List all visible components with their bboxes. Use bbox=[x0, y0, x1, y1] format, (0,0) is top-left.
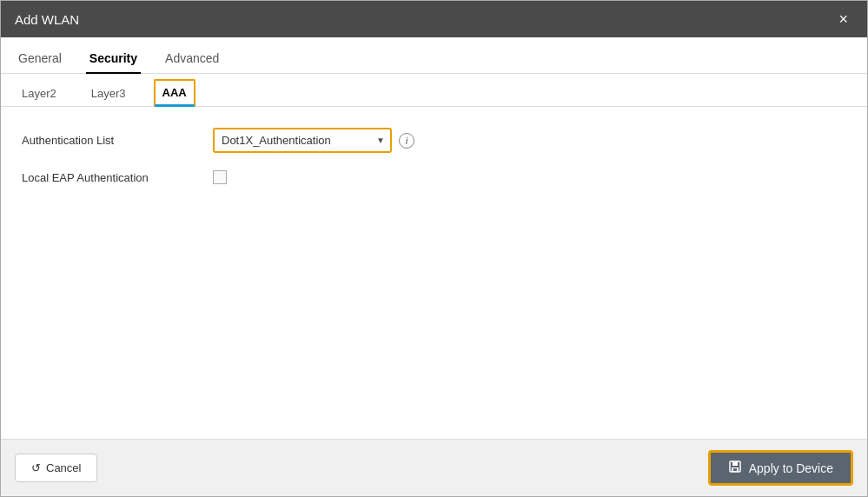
svg-rect-3 bbox=[733, 468, 737, 471]
dialog-footer: ↺ Cancel Apply to Device bbox=[1, 439, 867, 496]
dialog-title: Add WLAN bbox=[15, 12, 79, 27]
tab-security[interactable]: Security bbox=[86, 44, 141, 74]
tab-general[interactable]: General bbox=[15, 44, 65, 74]
auth-list-select-wrapper: Dot1X_Authentication None ▼ bbox=[213, 128, 392, 153]
local-eap-row: Local EAP Authentication bbox=[22, 170, 846, 184]
dialog-body: General Security Advanced Layer2 Layer3 … bbox=[1, 37, 867, 439]
add-wlan-dialog: Add WLAN × General Security Advanced Lay… bbox=[0, 0, 868, 497]
info-icon[interactable]: i bbox=[399, 133, 414, 149]
save-icon bbox=[728, 460, 742, 476]
close-button[interactable]: × bbox=[833, 10, 853, 29]
apply-to-device-button[interactable]: Apply to Device bbox=[708, 450, 853, 486]
auth-list-row: Authentication List Dot1X_Authentication… bbox=[22, 128, 846, 153]
auth-list-control: Dot1X_Authentication None ▼ i bbox=[213, 128, 414, 153]
tab-aaa[interactable]: AAA bbox=[154, 79, 195, 107]
auth-list-select[interactable]: Dot1X_Authentication None bbox=[215, 129, 371, 151]
top-tabs: General Security Advanced bbox=[1, 37, 867, 74]
sub-tabs: Layer2 Layer3 AAA bbox=[1, 74, 867, 107]
auth-list-label: Authentication List bbox=[22, 134, 213, 147]
cancel-icon: ↺ bbox=[31, 461, 41, 474]
local-eap-label: Local EAP Authentication bbox=[22, 171, 213, 184]
tab-advanced[interactable]: Advanced bbox=[162, 44, 222, 74]
tab-layer2[interactable]: Layer2 bbox=[15, 82, 63, 107]
content-area: Authentication List Dot1X_Authentication… bbox=[1, 107, 867, 439]
cancel-button[interactable]: ↺ Cancel bbox=[15, 454, 97, 482]
svg-rect-1 bbox=[732, 461, 738, 466]
dialog-header: Add WLAN × bbox=[1, 1, 867, 37]
apply-label: Apply to Device bbox=[749, 461, 833, 475]
tab-layer3[interactable]: Layer3 bbox=[84, 82, 133, 107]
cancel-label: Cancel bbox=[46, 461, 81, 474]
select-arrow-icon: ▼ bbox=[371, 131, 390, 149]
local-eap-checkbox[interactable] bbox=[213, 170, 227, 184]
local-eap-control bbox=[213, 170, 227, 184]
